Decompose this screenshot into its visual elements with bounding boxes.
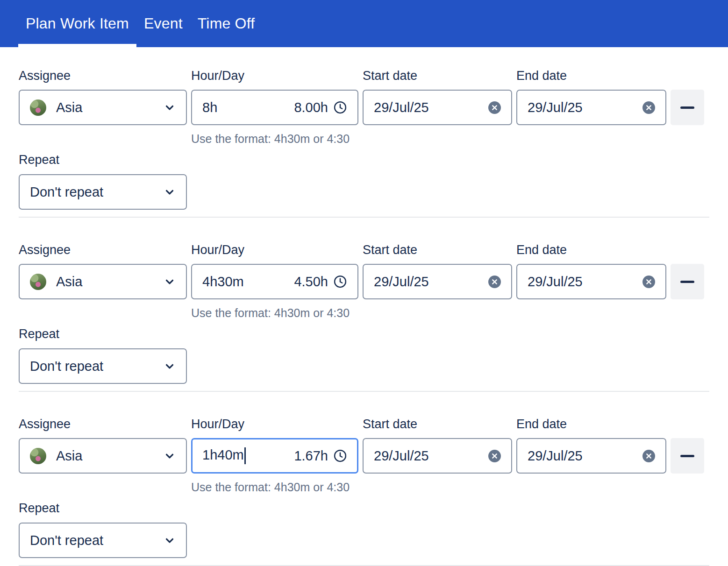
hour-day-computed: 4.50h (294, 274, 328, 290)
clock-icon (333, 100, 347, 114)
start-date-input[interactable]: 29/Jul/25 (363, 438, 512, 474)
work-item-row: Assignee Hour/Day Start date End date As… (19, 47, 709, 218)
remove-row-button[interactable] (671, 90, 704, 125)
repeat-label: Repeat (19, 328, 709, 340)
chevron-down-icon (164, 534, 176, 546)
assignee-avatar (30, 99, 46, 116)
assignee-avatar (30, 274, 46, 290)
clear-start-date-button[interactable] (488, 101, 501, 114)
hour-day-value: 4h30m (202, 274, 244, 290)
hour-day-input-focused[interactable]: 1h40m 1.67h (191, 438, 358, 474)
minus-icon (680, 106, 694, 109)
clear-end-date-button[interactable] (642, 101, 655, 114)
remove-row-button[interactable] (671, 438, 704, 474)
repeat-select[interactable]: Don't repeat (19, 523, 187, 558)
repeat-value: Don't repeat (30, 184, 103, 200)
repeat-label: Repeat (19, 502, 709, 515)
assignee-value: Asia (56, 100, 82, 115)
end-date-value: 29/Jul/25 (528, 274, 583, 290)
assignee-select[interactable]: Asia (19, 90, 187, 125)
start-date-label: Start date (363, 70, 512, 82)
assignee-label: Assignee (19, 244, 187, 256)
end-date-input[interactable]: 29/Jul/25 (516, 264, 666, 299)
start-date-value: 29/Jul/25 (374, 100, 429, 115)
start-date-label: Start date (363, 244, 512, 256)
start-date-input[interactable]: 29/Jul/25 (363, 264, 512, 299)
hour-day-label: Hour/Day (191, 70, 358, 82)
tab-label: Event (144, 15, 183, 32)
clock-icon (333, 275, 347, 289)
clock-icon (333, 449, 347, 463)
format-hint: Use the format: 4h30m or 4:30 (191, 133, 358, 145)
tab-plan-work-item[interactable]: Plan Work Item (18, 0, 136, 47)
tab-time-off[interactable]: Time Off (190, 0, 263, 47)
start-date-value: 29/Jul/25 (374, 448, 429, 464)
clear-start-date-button[interactable] (488, 450, 501, 462)
assignee-avatar (30, 448, 46, 464)
assignee-value: Asia (56, 448, 82, 464)
hour-day-input[interactable]: 8h 8.00h (191, 90, 358, 125)
work-item-row: Assignee Hour/Day Start date End date As… (19, 218, 709, 392)
assignee-label: Assignee (19, 418, 187, 431)
repeat-select[interactable]: Don't repeat (19, 348, 187, 384)
assignee-select[interactable]: Asia (19, 438, 187, 474)
end-date-input[interactable]: 29/Jul/25 (516, 438, 666, 474)
start-date-label: Start date (363, 418, 512, 431)
minus-icon (680, 455, 694, 457)
assignee-select[interactable]: Asia (19, 264, 187, 299)
end-date-value: 29/Jul/25 (528, 100, 583, 115)
end-date-value: 29/Jul/25 (528, 448, 583, 464)
end-date-label: End date (516, 418, 666, 431)
hour-day-computed: 8.00h (294, 100, 328, 115)
hour-day-value: 8h (202, 100, 217, 115)
tab-event[interactable]: Event (136, 0, 190, 47)
work-item-row: Assignee Hour/Day Start date End date As… (19, 392, 709, 566)
text-cursor (244, 447, 246, 464)
start-date-value: 29/Jul/25 (374, 274, 429, 290)
end-date-label: End date (516, 70, 666, 82)
repeat-value: Don't repeat (30, 359, 103, 374)
start-date-input[interactable]: 29/Jul/25 (363, 90, 512, 125)
format-hint: Use the format: 4h30m or 4:30 (191, 481, 358, 493)
hour-day-computed: 1.67h (294, 448, 328, 464)
tab-label: Plan Work Item (26, 15, 129, 32)
hour-day-input[interactable]: 4h30m 4.50h (191, 264, 358, 299)
hour-day-label: Hour/Day (191, 418, 358, 431)
assignee-label: Assignee (19, 70, 187, 82)
end-date-label: End date (516, 244, 666, 256)
chevron-down-icon (164, 186, 176, 198)
hour-day-value: 1h40m (202, 447, 244, 462)
repeat-label: Repeat (19, 154, 709, 166)
clear-end-date-button[interactable] (642, 450, 655, 462)
chevron-down-icon (164, 101, 176, 113)
repeat-value: Don't repeat (30, 533, 103, 548)
chevron-down-icon (164, 360, 176, 372)
assignee-value: Asia (56, 274, 82, 290)
remove-row-button[interactable] (671, 264, 704, 299)
format-hint: Use the format: 4h30m or 4:30 (191, 307, 358, 319)
plan-work-item-form: Assignee Hour/Day Start date End date As… (0, 47, 728, 566)
end-date-input[interactable]: 29/Jul/25 (516, 90, 666, 125)
tab-label: Time Off (198, 15, 255, 32)
tab-bar: Plan Work Item Event Time Off (0, 0, 728, 47)
clear-start-date-button[interactable] (488, 276, 501, 288)
chevron-down-icon (164, 276, 176, 288)
clear-end-date-button[interactable] (642, 276, 655, 288)
chevron-down-icon (164, 450, 176, 462)
minus-icon (680, 281, 694, 283)
hour-day-label: Hour/Day (191, 244, 358, 256)
repeat-select[interactable]: Don't repeat (19, 174, 187, 210)
